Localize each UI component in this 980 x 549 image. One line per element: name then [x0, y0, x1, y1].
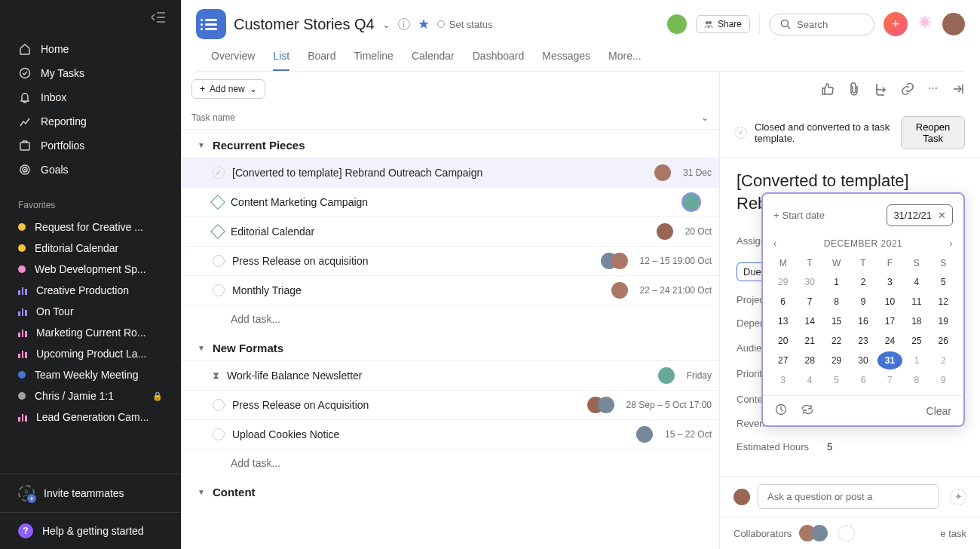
more-icon[interactable]: ⋯	[928, 82, 938, 98]
tab-board[interactable]: Board	[308, 50, 335, 71]
calendar-day[interactable]: 18	[904, 312, 929, 330]
link-icon[interactable]	[901, 82, 914, 98]
check-circle-icon[interactable]	[213, 255, 225, 267]
task-row[interactable]: Content Marketing Campaign	[181, 188, 719, 217]
calendar-day[interactable]: 26	[931, 332, 956, 350]
calendar-day[interactable]: 6	[770, 293, 795, 311]
member-avatar[interactable]	[667, 14, 687, 34]
prev-month-button[interactable]: ‹	[773, 238, 777, 249]
subtask-icon[interactable]	[874, 82, 887, 98]
calendar-day[interactable]: 12	[931, 293, 956, 311]
sidebar-item-portfolios[interactable]: Portfolios	[0, 133, 181, 158]
calendar-day[interactable]: 25	[904, 332, 929, 350]
omni-add-button[interactable]: +	[884, 12, 908, 36]
add-task-button[interactable]: Add task...	[181, 305, 719, 333]
tab-calendar[interactable]: Calendar	[412, 50, 455, 71]
section-header[interactable]: ▼Content	[181, 477, 719, 505]
start-date-button[interactable]: + Start date	[773, 210, 880, 221]
favorite-item[interactable]: On Tour	[0, 301, 181, 322]
repeat-icon[interactable]	[801, 406, 814, 418]
calendar-day[interactable]: 14	[797, 312, 822, 330]
clear-date-button[interactable]: Clear	[926, 405, 951, 417]
calendar-day[interactable]: 5	[931, 273, 956, 291]
calendar-day[interactable]: 19	[931, 312, 956, 330]
section-header[interactable]: ▼New Formats	[181, 333, 719, 360]
completed-check-icon[interactable]: ✓	[213, 167, 225, 179]
calendar-day[interactable]: 24	[877, 332, 902, 350]
calendar-day[interactable]: 31	[877, 351, 902, 370]
sidebar-item-my-tasks[interactable]: My Tasks	[0, 61, 181, 85]
comment-input[interactable]: Ask a question or post a	[758, 484, 939, 509]
tab-more[interactable]: More...	[608, 50, 642, 71]
check-circle-icon[interactable]	[213, 428, 225, 440]
calendar-day[interactable]: 30	[850, 351, 875, 370]
tab-messages[interactable]: Messages	[542, 50, 590, 71]
calendar-day[interactable]: 8	[904, 371, 929, 389]
task-row[interactable]: Upload Cookies Notice15 – 22 Oct	[181, 420, 719, 449]
calendar-day[interactable]: 29	[824, 351, 849, 370]
leave-task-button[interactable]: e task	[940, 528, 966, 539]
task-row[interactable]: ✓[Converted to template] Rebrand Outreac…	[181, 158, 719, 188]
add-task-button[interactable]: Add task...	[181, 449, 719, 477]
set-status-button[interactable]: Set status	[437, 19, 493, 30]
task-row[interactable]: Monthly Triage22 – 24 21:00 Oct	[181, 276, 719, 305]
sidebar-item-reporting[interactable]: Reporting	[0, 109, 181, 133]
task-row[interactable]: ⧗Work-life Balance NewsletterFriday	[181, 360, 719, 391]
like-icon[interactable]	[821, 82, 835, 98]
favorite-item[interactable]: Creative Production	[0, 280, 181, 301]
star-icon[interactable]: ★	[418, 16, 430, 32]
calendar-day[interactable]: 7	[877, 371, 902, 389]
close-panel-icon[interactable]	[951, 82, 965, 98]
tab-dashboard[interactable]: Dashboard	[473, 50, 525, 71]
check-circle-icon[interactable]	[213, 284, 225, 296]
project-info-icon[interactable]: i	[398, 18, 410, 30]
check-circle-icon[interactable]	[213, 399, 225, 411]
task-row[interactable]: Press Release on Acquisition28 Sep – 5 O…	[181, 391, 719, 420]
help-button[interactable]: ? Help & getting started	[0, 512, 181, 549]
add-new-button[interactable]: + Add new ⌄	[191, 79, 265, 99]
section-header[interactable]: ▼Recurrent Pieces	[181, 130, 719, 158]
task-row[interactable]: Editorial Calendar20 Oct	[181, 217, 719, 247]
add-time-icon[interactable]	[775, 406, 787, 418]
sidebar-collapse-button[interactable]	[0, 6, 181, 31]
column-expand-icon[interactable]: ⌄	[701, 112, 709, 123]
estimated-hours-value[interactable]: 5	[827, 441, 832, 452]
comment-settings-icon[interactable]: ✦	[950, 489, 966, 505]
tab-list[interactable]: List	[273, 50, 289, 71]
calendar-day[interactable]: 4	[797, 371, 822, 389]
calendar-day[interactable]: 30	[797, 273, 822, 291]
calendar-day[interactable]: 11	[904, 293, 929, 311]
favorite-item[interactable]: Upcoming Product La...	[0, 343, 181, 364]
tab-overview[interactable]: Overview	[211, 50, 255, 71]
reopen-task-button[interactable]: Reopen Task	[901, 116, 965, 149]
project-icon[interactable]	[196, 9, 226, 39]
favorite-item[interactable]: Editorial Calendar	[0, 238, 181, 259]
attachment-icon[interactable]	[848, 82, 860, 98]
calendar-day[interactable]: 10	[877, 293, 902, 311]
calendar-day[interactable]: 15	[824, 312, 849, 330]
tab-timeline[interactable]: Timeline	[354, 50, 394, 71]
search-input[interactable]: Search	[769, 14, 874, 35]
favorite-item[interactable]: Lead Generation Cam...	[0, 406, 181, 428]
calendar-day[interactable]: 29	[770, 273, 795, 291]
calendar-day[interactable]: 28	[797, 351, 822, 370]
calendar-day[interactable]: 16	[850, 312, 875, 330]
calendar-day[interactable]: 7	[797, 293, 822, 311]
invite-teammates-button[interactable]: + Invite teammates	[0, 474, 181, 512]
favorite-item[interactable]: Web Development Sp...	[0, 259, 181, 280]
calendar-day[interactable]: 3	[877, 273, 902, 291]
calendar-day[interactable]: 9	[850, 293, 875, 311]
calendar-day[interactable]: 17	[877, 312, 902, 330]
favorite-item[interactable]: Chris / Jamie 1:1🔒	[0, 385, 181, 406]
calendar-day[interactable]: 27	[770, 351, 795, 370]
calendar-day[interactable]: 8	[824, 293, 849, 311]
share-button[interactable]: Share	[696, 15, 750, 33]
calendar-day[interactable]: 13	[770, 312, 795, 330]
calendar-day[interactable]: 1	[824, 273, 849, 291]
calendar-day[interactable]: 4	[904, 273, 929, 291]
end-date-input[interactable]: 31/12/21 ✕	[887, 204, 953, 226]
add-collaborator-button[interactable]	[838, 525, 855, 541]
next-month-button[interactable]: ›	[949, 238, 953, 249]
calendar-day[interactable]: 2	[850, 273, 875, 291]
calendar-day[interactable]: 1	[904, 351, 929, 370]
